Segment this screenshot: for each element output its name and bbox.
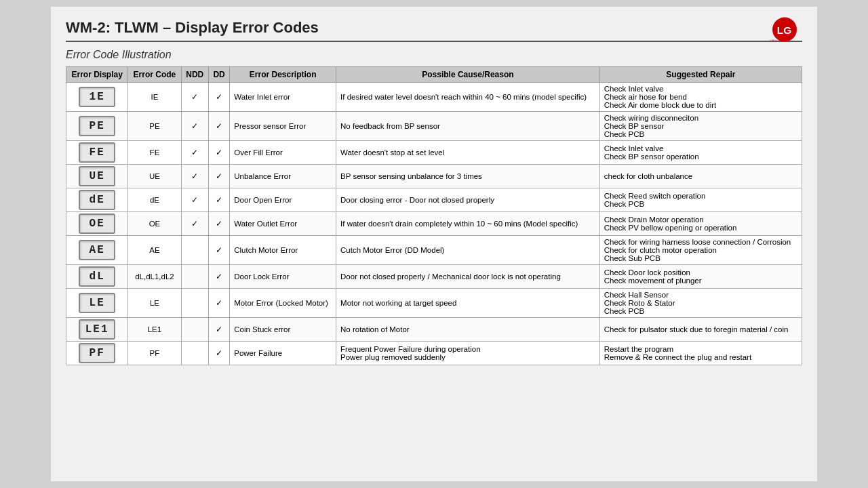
lcd-display: OE xyxy=(79,214,115,234)
error-code: OE xyxy=(128,212,181,236)
suggested-repair: check for cloth unbalance xyxy=(599,165,802,188)
error-description: Over Fill Error xyxy=(230,141,336,165)
col-repair: Suggested Repair xyxy=(599,67,802,83)
table-row: LE1LE1✓Coin Stuck errorNo rotation of Mo… xyxy=(66,318,802,342)
lcd-display: 1E xyxy=(79,87,115,107)
possible-cause: Motor not working at target speed xyxy=(336,289,600,318)
dd-check: ✓ xyxy=(208,188,229,212)
dd-check: ✓ xyxy=(208,318,229,342)
error-code: AE xyxy=(128,236,181,265)
possible-cause: No feedback from BP sensor xyxy=(336,112,600,141)
suggested-repair: Check Inlet valve Check BP sensor operat… xyxy=(599,141,802,165)
error-codes-table: Error Display Error Code NDD DD Error De… xyxy=(66,66,802,365)
svg-text:LG: LG xyxy=(777,24,791,36)
display-cell: LE xyxy=(66,289,128,318)
col-code: Error Code xyxy=(128,67,181,83)
possible-cause: No rotation of Motor xyxy=(336,318,600,342)
table-row: UEUE✓✓Unbalance ErrorBP sensor sensing u… xyxy=(66,165,802,188)
suggested-repair: Check Reed switch operation Check PCB xyxy=(599,188,802,212)
suggested-repair: Check for pulsator stuck due to foregin … xyxy=(599,318,802,342)
table-row: PFPF✓Power FailureFrequent Power Failure… xyxy=(66,342,802,365)
svg-text:Life's Good: Life's Good xyxy=(770,39,785,42)
ndd-check: ✓ xyxy=(181,83,208,112)
dd-check: ✓ xyxy=(208,212,229,236)
display-cell: AE xyxy=(66,236,128,265)
error-code: IE xyxy=(128,83,181,112)
display-cell: dE xyxy=(66,188,128,212)
page-title: WM-2: TLWM – Display Error Codes xyxy=(66,19,802,42)
error-code: PF xyxy=(128,342,181,365)
display-cell: OE xyxy=(66,212,128,236)
dd-check: ✓ xyxy=(208,265,229,289)
ndd-check: ✓ xyxy=(181,212,208,236)
table-row: LELE✓Motor Error (Locked Motor)Motor not… xyxy=(66,289,802,318)
suggested-repair: Restart the program Remove & Re connect … xyxy=(599,342,802,365)
display-cell: PF xyxy=(66,342,128,365)
ndd-check: ✓ xyxy=(181,141,208,165)
dd-check: ✓ xyxy=(208,342,229,365)
error-description: Power Failure xyxy=(230,342,336,365)
error-description: Unbalance Error xyxy=(230,165,336,188)
suggested-repair: Check Drain Motor operation Check PV bel… xyxy=(599,212,802,236)
possible-cause: Door not closed properly / Mechanical do… xyxy=(336,265,600,289)
col-display: Error Display xyxy=(66,67,128,83)
display-cell: 1E xyxy=(66,83,128,112)
display-cell: LE1 xyxy=(66,318,128,342)
table-row: PEPE✓✓Pressor sensor ErrorNo feedback fr… xyxy=(66,112,802,141)
col-description: Error Description xyxy=(230,67,336,83)
error-description: Door Open Error xyxy=(230,188,336,212)
error-description: Coin Stuck error xyxy=(230,318,336,342)
possible-cause: BP sensor sensing unbalance for 3 times xyxy=(336,165,600,188)
error-code: LE xyxy=(128,289,181,318)
error-description: Door Lock Error xyxy=(230,265,336,289)
table-row: dLdL,dL1,dL2✓Door Lock ErrorDoor not clo… xyxy=(66,265,802,289)
lcd-display: AE xyxy=(79,240,115,260)
suggested-repair: Check wiring disconneciton Check BP sens… xyxy=(599,112,802,141)
dd-check: ✓ xyxy=(208,165,229,188)
section-title: Error Code Illustration xyxy=(66,49,802,61)
display-cell: dL xyxy=(66,265,128,289)
lg-logo: LG Life's Good xyxy=(764,16,805,43)
lcd-display: LE1 xyxy=(79,319,115,340)
suggested-repair: Check Door lock position Check movement … xyxy=(599,265,802,289)
ndd-check: ✓ xyxy=(181,112,208,141)
ndd-check: ✓ xyxy=(181,188,208,212)
table-row: 1EIE✓✓Water Inlet errorIf desired water … xyxy=(66,83,802,112)
ndd-check xyxy=(181,236,208,265)
table-row: FEFE✓✓Over Fill ErrorWater doesn't stop … xyxy=(66,141,802,165)
ndd-check xyxy=(181,289,208,318)
error-description: Motor Error (Locked Motor) xyxy=(230,289,336,318)
lcd-display: FE xyxy=(79,142,115,163)
lcd-display: PF xyxy=(79,343,115,363)
ndd-check xyxy=(181,318,208,342)
suggested-repair: Check Inlet valve Check air hose for ben… xyxy=(599,83,802,112)
error-code: LE1 xyxy=(128,318,181,342)
possible-cause: Cutch Motor Error (DD Model) xyxy=(336,236,600,265)
slide: LG Life's Good WM-2: TLWM – Display Erro… xyxy=(51,7,817,481)
lcd-display: UE xyxy=(79,166,115,186)
col-ndd: NDD xyxy=(181,67,208,83)
display-cell: PE xyxy=(66,112,128,141)
table-header-row: Error Display Error Code NDD DD Error De… xyxy=(66,67,802,83)
error-code: PE xyxy=(128,112,181,141)
error-code: FE xyxy=(128,141,181,165)
error-code: dL,dL1,dL2 xyxy=(128,265,181,289)
possible-cause: Frequent Power Failure during operation … xyxy=(336,342,600,365)
error-description: Water Inlet error xyxy=(230,83,336,112)
possible-cause: If desired water level doesn't reach wit… xyxy=(336,83,600,112)
possible-cause: If water doesn't drain completely within… xyxy=(336,212,600,236)
display-cell: FE xyxy=(66,141,128,165)
ndd-check: ✓ xyxy=(181,165,208,188)
possible-cause: Door closing error - Door not closed pro… xyxy=(336,188,600,212)
dd-check: ✓ xyxy=(208,141,229,165)
col-cause: Possible Cause/Reason xyxy=(336,67,600,83)
error-description: Clutch Motor Error xyxy=(230,236,336,265)
error-code: UE xyxy=(128,165,181,188)
error-description: Pressor sensor Error xyxy=(230,112,336,141)
dd-check: ✓ xyxy=(208,112,229,141)
col-dd: DD xyxy=(208,67,229,83)
table-row: dEdE✓✓Door Open ErrorDoor closing error … xyxy=(66,188,802,212)
error-description: Water Outlet Error xyxy=(230,212,336,236)
table-row: AEAE✓Clutch Motor ErrorCutch Motor Error… xyxy=(66,236,802,265)
display-cell: UE xyxy=(66,165,128,188)
